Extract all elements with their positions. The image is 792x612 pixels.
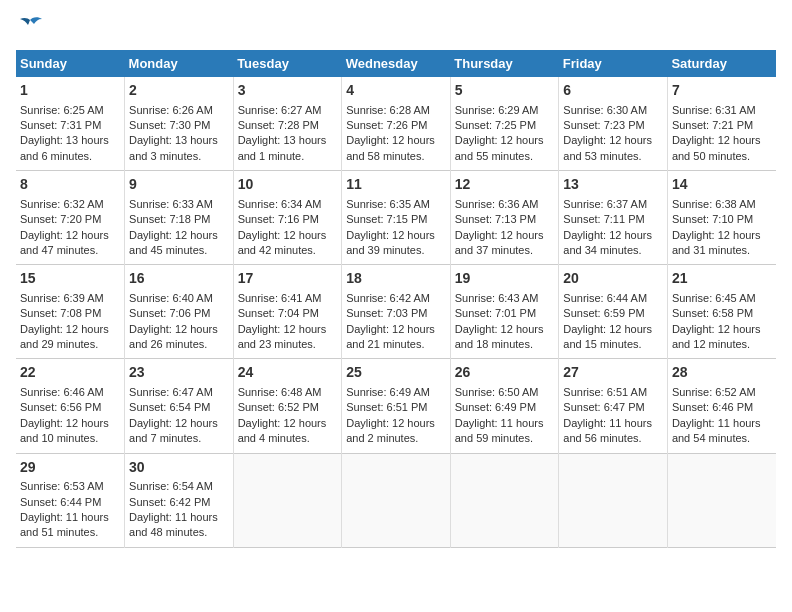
sunset-label: Sunset: 7:08 PM: [20, 307, 101, 319]
sunrise-label: Sunrise: 6:35 AM: [346, 198, 430, 210]
day-number: 28: [672, 363, 772, 383]
sunrise-label: Sunrise: 6:25 AM: [20, 104, 104, 116]
day-number: 4: [346, 81, 446, 101]
sunset-label: Sunset: 6:56 PM: [20, 401, 101, 413]
day-number: 23: [129, 363, 229, 383]
sunset-label: Sunset: 7:31 PM: [20, 119, 101, 131]
sunrise-label: Sunrise: 6:48 AM: [238, 386, 322, 398]
table-row: 10 Sunrise: 6:34 AM Sunset: 7:16 PM Dayl…: [233, 171, 342, 265]
daylight-label: Daylight: 12 hours and 31 minutes.: [672, 229, 761, 256]
day-number: 9: [129, 175, 229, 195]
sunrise-label: Sunrise: 6:52 AM: [672, 386, 756, 398]
sunrise-label: Sunrise: 6:36 AM: [455, 198, 539, 210]
table-row: 30 Sunrise: 6:54 AM Sunset: 6:42 PM Dayl…: [125, 453, 234, 547]
sunrise-label: Sunrise: 6:42 AM: [346, 292, 430, 304]
table-row: [667, 453, 776, 547]
sunrise-label: Sunrise: 6:38 AM: [672, 198, 756, 210]
sunrise-label: Sunrise: 6:29 AM: [455, 104, 539, 116]
sunrise-label: Sunrise: 6:26 AM: [129, 104, 213, 116]
day-number: 2: [129, 81, 229, 101]
sunset-label: Sunset: 6:42 PM: [129, 496, 210, 508]
sunset-label: Sunset: 7:01 PM: [455, 307, 536, 319]
sunset-label: Sunset: 7:20 PM: [20, 213, 101, 225]
table-row: 21 Sunrise: 6:45 AM Sunset: 6:58 PM Dayl…: [667, 265, 776, 359]
table-row: 13 Sunrise: 6:37 AM Sunset: 7:11 PM Dayl…: [559, 171, 668, 265]
day-number: 11: [346, 175, 446, 195]
day-number: 8: [20, 175, 120, 195]
sunrise-label: Sunrise: 6:54 AM: [129, 480, 213, 492]
sunrise-label: Sunrise: 6:27 AM: [238, 104, 322, 116]
daylight-label: Daylight: 12 hours and 50 minutes.: [672, 134, 761, 161]
table-row: 3 Sunrise: 6:27 AM Sunset: 7:28 PM Dayli…: [233, 77, 342, 171]
sunset-label: Sunset: 7:03 PM: [346, 307, 427, 319]
table-row: 11 Sunrise: 6:35 AM Sunset: 7:15 PM Dayl…: [342, 171, 451, 265]
sunrise-label: Sunrise: 6:43 AM: [455, 292, 539, 304]
daylight-label: Daylight: 12 hours and 15 minutes.: [563, 323, 652, 350]
day-number: 5: [455, 81, 555, 101]
sunrise-label: Sunrise: 6:40 AM: [129, 292, 213, 304]
table-row: 22 Sunrise: 6:46 AM Sunset: 6:56 PM Dayl…: [16, 359, 125, 453]
table-row: 14 Sunrise: 6:38 AM Sunset: 7:10 PM Dayl…: [667, 171, 776, 265]
table-row: 25 Sunrise: 6:49 AM Sunset: 6:51 PM Dayl…: [342, 359, 451, 453]
sunset-label: Sunset: 6:51 PM: [346, 401, 427, 413]
daylight-label: Daylight: 12 hours and 58 minutes.: [346, 134, 435, 161]
daylight-label: Daylight: 11 hours and 51 minutes.: [20, 511, 109, 538]
sunrise-label: Sunrise: 6:33 AM: [129, 198, 213, 210]
daylight-label: Daylight: 11 hours and 54 minutes.: [672, 417, 761, 444]
calendar-table: Sunday Monday Tuesday Wednesday Thursday…: [16, 50, 776, 548]
day-number: 29: [20, 458, 120, 478]
sunset-label: Sunset: 7:21 PM: [672, 119, 753, 131]
sunset-label: Sunset: 6:47 PM: [563, 401, 644, 413]
sunset-label: Sunset: 7:04 PM: [238, 307, 319, 319]
sunrise-label: Sunrise: 6:34 AM: [238, 198, 322, 210]
daylight-label: Daylight: 13 hours and 6 minutes.: [20, 134, 109, 161]
day-number: 6: [563, 81, 663, 101]
day-number: 16: [129, 269, 229, 289]
daylight-label: Daylight: 12 hours and 12 minutes.: [672, 323, 761, 350]
sunrise-label: Sunrise: 6:37 AM: [563, 198, 647, 210]
sunset-label: Sunset: 7:26 PM: [346, 119, 427, 131]
table-row: 17 Sunrise: 6:41 AM Sunset: 7:04 PM Dayl…: [233, 265, 342, 359]
sunset-label: Sunset: 7:11 PM: [563, 213, 644, 225]
day-number: 3: [238, 81, 338, 101]
header-wednesday: Wednesday: [342, 50, 451, 77]
daylight-label: Daylight: 12 hours and 42 minutes.: [238, 229, 327, 256]
day-number: 18: [346, 269, 446, 289]
sunrise-label: Sunrise: 6:47 AM: [129, 386, 213, 398]
daylight-label: Daylight: 12 hours and 4 minutes.: [238, 417, 327, 444]
daylight-label: Daylight: 12 hours and 7 minutes.: [129, 417, 218, 444]
daylight-label: Daylight: 13 hours and 1 minute.: [238, 134, 327, 161]
day-number: 1: [20, 81, 120, 101]
table-row: 28 Sunrise: 6:52 AM Sunset: 6:46 PM Dayl…: [667, 359, 776, 453]
sunset-label: Sunset: 7:06 PM: [129, 307, 210, 319]
sunset-label: Sunset: 7:28 PM: [238, 119, 319, 131]
table-row: [342, 453, 451, 547]
table-row: 6 Sunrise: 6:30 AM Sunset: 7:23 PM Dayli…: [559, 77, 668, 171]
table-row: 7 Sunrise: 6:31 AM Sunset: 7:21 PM Dayli…: [667, 77, 776, 171]
daylight-label: Daylight: 12 hours and 2 minutes.: [346, 417, 435, 444]
table-row: 23 Sunrise: 6:47 AM Sunset: 6:54 PM Dayl…: [125, 359, 234, 453]
header-thursday: Thursday: [450, 50, 559, 77]
day-number: 19: [455, 269, 555, 289]
header-friday: Friday: [559, 50, 668, 77]
day-number: 7: [672, 81, 772, 101]
table-row: 1 Sunrise: 6:25 AM Sunset: 7:31 PM Dayli…: [16, 77, 125, 171]
table-row: 2 Sunrise: 6:26 AM Sunset: 7:30 PM Dayli…: [125, 77, 234, 171]
table-row: 18 Sunrise: 6:42 AM Sunset: 7:03 PM Dayl…: [342, 265, 451, 359]
daylight-label: Daylight: 12 hours and 29 minutes.: [20, 323, 109, 350]
sunset-label: Sunset: 6:49 PM: [455, 401, 536, 413]
daylight-label: Daylight: 12 hours and 53 minutes.: [563, 134, 652, 161]
header-monday: Monday: [125, 50, 234, 77]
table-row: [233, 453, 342, 547]
day-number: 17: [238, 269, 338, 289]
daylight-label: Daylight: 11 hours and 56 minutes.: [563, 417, 652, 444]
day-number: 22: [20, 363, 120, 383]
table-row: 27 Sunrise: 6:51 AM Sunset: 6:47 PM Dayl…: [559, 359, 668, 453]
sunset-label: Sunset: 7:30 PM: [129, 119, 210, 131]
day-number: 20: [563, 269, 663, 289]
sunrise-label: Sunrise: 6:53 AM: [20, 480, 104, 492]
table-row: 4 Sunrise: 6:28 AM Sunset: 7:26 PM Dayli…: [342, 77, 451, 171]
sunset-label: Sunset: 7:25 PM: [455, 119, 536, 131]
sunset-label: Sunset: 6:44 PM: [20, 496, 101, 508]
daylight-label: Daylight: 12 hours and 45 minutes.: [129, 229, 218, 256]
